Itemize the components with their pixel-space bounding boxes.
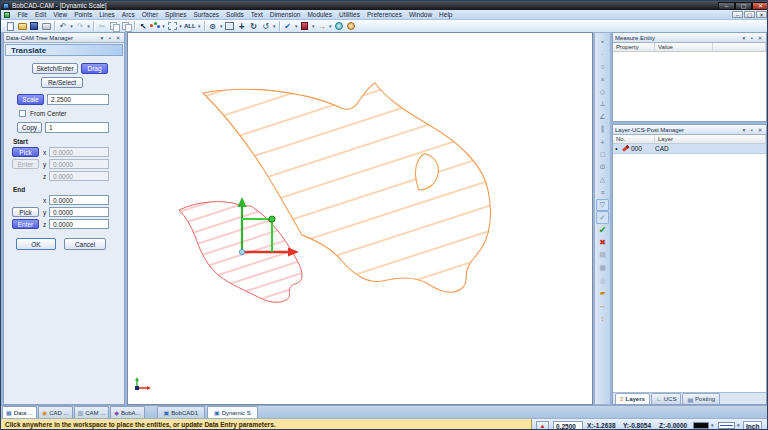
new-file-button[interactable] <box>4 21 16 32</box>
chevron-down-icon[interactable]: ▾ <box>86 23 91 29</box>
snap-origin-icon[interactable]: ⊙ <box>596 161 609 174</box>
cut-button[interactable]: ✂ <box>96 21 108 32</box>
start-enter-button[interactable]: Enter <box>12 159 39 169</box>
tab-document-dynamic-scale[interactable]: ▣ Dynamic S <box>207 406 258 418</box>
pointer-snap-icon[interactable]: ▲ <box>536 421 549 430</box>
snap-grid-icon[interactable]: ≡ <box>596 186 609 199</box>
cancel-button[interactable]: Cancel <box>64 238 106 250</box>
tab-posting[interactable]: ▤ Posting <box>682 393 720 404</box>
chevron-down-icon[interactable]: ▾ <box>311 23 316 29</box>
tab-bobart-tree[interactable]: ◆ BobA... <box>110 406 144 418</box>
menu-surfaces[interactable]: Surfaces <box>190 11 223 18</box>
redo-button[interactable]: ↷ <box>74 21 86 32</box>
snap-perpendicular-icon[interactable]: ⊥ <box>596 98 609 111</box>
undo-button[interactable]: ↶ <box>57 21 69 32</box>
scale-button[interactable]: Scale <box>17 94 44 105</box>
menu-preferences[interactable]: Preferences <box>363 11 405 18</box>
snap-parallel-icon[interactable]: ∥ <box>596 123 609 136</box>
close-icon[interactable]: ✕ <box>756 127 764 133</box>
tab-document-bobcad1[interactable]: ▣ BobCAD1 <box>157 406 205 418</box>
menu-help[interactable]: Help <box>436 11 456 18</box>
copy-count-input[interactable]: 1 <box>45 122 109 133</box>
tab-data-tree[interactable]: ▦ Data ... <box>2 406 37 418</box>
menu-lines[interactable]: Lines <box>96 11 119 18</box>
zoom-button[interactable]: ⊙ <box>207 21 219 32</box>
drawing-workspace[interactable] <box>127 32 593 405</box>
gizmo-drag-handle-dot[interactable] <box>269 216 275 222</box>
pin-icon[interactable]: ▪ <box>748 127 756 133</box>
menu-points[interactable]: Points <box>71 11 96 18</box>
rotate-view-button[interactable]: ↻ <box>248 21 260 32</box>
menu-other[interactable]: Other <box>138 11 161 18</box>
panel-menu-icon[interactable]: ▾ <box>98 35 106 41</box>
snap-center-icon[interactable]: ○ <box>596 60 609 73</box>
paste-button[interactable] <box>120 21 132 32</box>
snap-angle-icon[interactable]: ∠ <box>596 111 609 124</box>
mdi-close-button[interactable]: ✕ <box>756 11 767 18</box>
drawing-canvas[interactable] <box>128 33 592 404</box>
menu-dimension[interactable]: Dimension <box>266 11 304 18</box>
menu-arcs[interactable]: Arcs <box>118 11 138 18</box>
mdi-restore-button[interactable]: ▢ <box>744 11 755 18</box>
machine-button[interactable] <box>299 21 311 32</box>
table-view-icon[interactable]: ▦ <box>596 262 609 275</box>
snap-intersection-icon[interactable]: × <box>596 73 609 86</box>
ok-button[interactable]: OK <box>16 238 56 250</box>
minimize-button[interactable]: – <box>718 2 735 10</box>
tab-layers[interactable]: ≡ Layers <box>615 393 650 404</box>
start-pick-button[interactable]: Pick <box>12 147 39 157</box>
panel-menu-icon[interactable]: ▾ <box>740 127 748 133</box>
chevron-down-icon[interactable]: ▾ <box>711 421 714 430</box>
material-box-icon[interactable]: ▰ <box>596 287 609 300</box>
snap-quadrant-icon[interactable]: ◇ <box>596 85 609 98</box>
maximize-button[interactable]: ▢ <box>735 2 752 10</box>
zoom-window-button[interactable] <box>224 21 236 32</box>
copy-button[interactable] <box>108 21 120 32</box>
save-button[interactable] <box>28 21 40 32</box>
list-view-icon[interactable]: ▤ <box>596 249 609 262</box>
measure-vertical-icon[interactable]: ↕ <box>596 312 609 325</box>
end-x-input[interactable]: 0.0000 <box>49 195 109 205</box>
accept-check-icon[interactable]: ✔ <box>596 224 609 237</box>
color-swatch[interactable] <box>693 422 709 429</box>
post-button[interactable]: → <box>316 21 328 32</box>
tab-ucs[interactable]: ∟ UCS <box>651 393 682 404</box>
snap-increment-value[interactable]: 0.2500 <box>553 421 583 430</box>
target-icon[interactable]: ◎ <box>596 274 609 287</box>
column-property[interactable]: Property <box>613 43 655 51</box>
menu-utilities[interactable]: Utilities <box>335 11 363 18</box>
globe-teal-button[interactable] <box>333 21 345 32</box>
end-z-input[interactable]: 0.0000 <box>49 219 109 229</box>
from-center-checkbox[interactable] <box>19 110 26 117</box>
apply-preview-icon[interactable]: ✔ <box>596 211 609 224</box>
units-selector[interactable]: Inch <box>743 421 762 430</box>
start-y-input[interactable]: 0.0000 <box>49 159 109 169</box>
snap-vertex-icon[interactable]: ▪ <box>596 35 609 48</box>
scale-input[interactable]: 2.2500 <box>47 94 109 105</box>
select-cursor-button[interactable]: ↖ <box>137 21 149 32</box>
measure-horizontal-icon[interactable]: ↔ <box>596 299 609 312</box>
layer-row-cad[interactable]: • 000 CAD <box>613 144 766 154</box>
pan-button[interactable]: + <box>236 21 248 32</box>
snap-rectangle-icon[interactable]: □ <box>596 148 609 161</box>
chevron-down-icon[interactable]: ▾ <box>294 23 299 29</box>
verify-button[interactable]: ✔ <box>282 21 294 32</box>
selection-mask-all-button[interactable]: ALL <box>183 23 197 29</box>
end-pick-button[interactable]: Pick <box>12 207 39 217</box>
copy-count-button[interactable]: Copy <box>17 122 42 133</box>
window-select-button[interactable] <box>166 21 178 32</box>
snap-point-icon[interactable]: + <box>596 136 609 149</box>
close-icon[interactable]: ✕ <box>756 35 764 41</box>
chevron-down-icon[interactable]: ▾ <box>328 23 333 29</box>
reject-cross-icon[interactable]: ✖ <box>596 237 609 250</box>
tab-cam-tree[interactable]: ▥ CAM ... <box>74 406 110 418</box>
column-layer[interactable]: Layer <box>655 135 766 143</box>
color-mask-button[interactable] <box>149 21 161 32</box>
menu-window[interactable]: Window <box>405 11 435 18</box>
line-style-swatch[interactable] <box>718 422 735 429</box>
pin-icon[interactable]: ▪ <box>106 35 114 41</box>
pin-icon[interactable]: ▪ <box>748 35 756 41</box>
tab-cad-tree[interactable]: ◉ CAD ... <box>38 406 73 418</box>
reselect-button[interactable]: Re/Select <box>41 77 83 88</box>
column-no[interactable]: No. <box>613 135 655 143</box>
